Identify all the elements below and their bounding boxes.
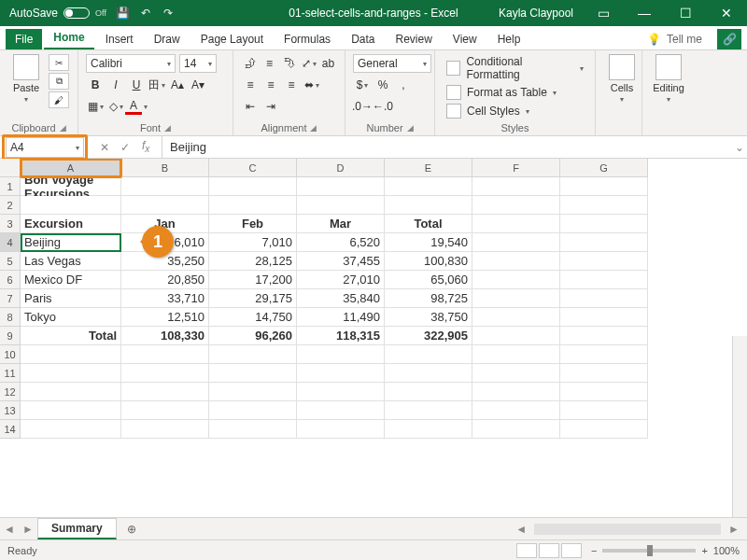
border-menu[interactable]: ▦ [86, 97, 105, 116]
align-right-icon[interactable]: ≡ [282, 76, 301, 94]
row-header-11[interactable]: 11 [0, 364, 21, 383]
column-header-E[interactable]: E [385, 159, 472, 177]
cell[interactable]: 65,060 [385, 271, 472, 289]
cell[interactable] [385, 196, 472, 215]
cell[interactable] [209, 401, 297, 420]
paste-button[interactable]: Paste ▾ [7, 54, 45, 112]
column-header-B[interactable]: B [121, 159, 209, 177]
column-header-C[interactable]: C [209, 159, 297, 177]
cell[interactable] [472, 327, 560, 345]
underline-button[interactable]: U [127, 76, 146, 94]
column-header-F[interactable]: F [472, 159, 560, 177]
wrap-text-icon[interactable]: ab [319, 54, 337, 73]
cell[interactable] [472, 289, 560, 308]
align-middle-icon[interactable]: ≡ [261, 54, 278, 73]
cell[interactable] [560, 252, 648, 271]
cell[interactable] [209, 420, 297, 439]
font-size-combo[interactable]: 14▾ [179, 54, 217, 73]
tab-insert[interactable]: Insert [96, 29, 143, 49]
horizontal-scroll-right-icon[interactable]: ► [728, 523, 740, 536]
cell[interactable]: 38,750 [385, 308, 472, 327]
cell[interactable] [385, 345, 472, 364]
row-header-12[interactable]: 12 [0, 383, 21, 401]
name-box[interactable]: A4 ▾ [6, 137, 84, 158]
cell[interactable] [121, 345, 209, 364]
sheet-nav-prev-icon[interactable]: ◄ [0, 523, 19, 536]
comma-format-icon[interactable]: , [394, 76, 413, 94]
cell[interactable]: 11,490 [297, 308, 385, 327]
row-header-3[interactable]: 3 [0, 215, 21, 233]
horizontal-scroll-left-icon[interactable]: ◄ [515, 523, 527, 536]
merge-center-icon[interactable]: ⬌ [303, 76, 321, 94]
cell[interactable]: 35,840 [297, 289, 385, 308]
save-icon[interactable]: 💾 [116, 6, 131, 21]
cell[interactable] [297, 383, 385, 401]
cell[interactable] [560, 420, 648, 439]
font-color-button[interactable]: A [127, 97, 146, 116]
cell[interactable] [21, 401, 121, 420]
cell[interactable]: 14,750 [209, 308, 297, 327]
cell[interactable] [472, 271, 560, 289]
decrease-font-icon[interactable]: A▾ [189, 76, 207, 94]
bold-button[interactable]: B [86, 76, 105, 94]
row-header-8[interactable]: 8 [0, 308, 21, 327]
cell[interactable]: 29,175 [209, 289, 297, 308]
autosave-toggle[interactable] [63, 7, 90, 19]
horizontal-scrollbar[interactable] [534, 524, 721, 535]
cell[interactable] [297, 420, 385, 439]
page-break-view-icon[interactable] [561, 543, 582, 558]
cell[interactable] [209, 196, 297, 215]
cell[interactable]: 118,315 [297, 327, 385, 345]
editing-button[interactable]: Editing▾ [650, 54, 687, 112]
italic-button[interactable]: I [106, 76, 125, 94]
tab-formulas[interactable]: Formulas [275, 29, 340, 49]
row-header-1[interactable]: 1 [0, 177, 21, 196]
alignment-launcher-icon[interactable]: ◢ [310, 123, 317, 133]
cell[interactable] [121, 364, 209, 383]
cell[interactable]: Mexico DF [21, 271, 121, 289]
zoom-in-button[interactable]: + [701, 545, 707, 556]
tab-review[interactable]: Review [386, 29, 441, 49]
cell[interactable] [472, 196, 560, 215]
cell[interactable] [472, 420, 560, 439]
fx-icon[interactable]: fx [142, 139, 149, 154]
cell[interactable] [560, 401, 648, 420]
orientation-icon[interactable]: ⤢ [300, 54, 317, 73]
zoom-level[interactable]: 100% [713, 545, 740, 556]
border-button[interactable]: 田 [148, 76, 166, 94]
cell[interactable] [560, 345, 648, 364]
cell[interactable] [297, 401, 385, 420]
cell[interactable] [560, 383, 648, 401]
cell[interactable]: 33,710 [121, 289, 209, 308]
enter-formula-icon[interactable]: ✓ [120, 141, 130, 154]
accounting-format-icon[interactable]: $ [353, 76, 372, 94]
number-format-combo[interactable]: General▾ [353, 54, 431, 73]
cell[interactable] [121, 196, 209, 215]
number-launcher-icon[interactable]: ◢ [407, 123, 414, 133]
percent-format-icon[interactable]: % [374, 76, 392, 94]
column-header-D[interactable]: D [297, 159, 385, 177]
font-name-combo[interactable]: Calibri▾ [86, 54, 176, 73]
cell[interactable] [209, 364, 297, 383]
cell[interactable]: Excursion [21, 215, 121, 233]
cell[interactable]: Mar [297, 215, 385, 233]
row-header-5[interactable]: 5 [0, 252, 21, 271]
align-top-icon[interactable]: ⮵ [241, 54, 259, 73]
expand-formula-bar-icon[interactable]: ⌄ [732, 136, 747, 158]
cell[interactable] [472, 177, 560, 196]
maximize-button[interactable]: ☐ [665, 0, 706, 26]
zoom-slider[interactable] [602, 549, 696, 553]
cell[interactable]: 322,905 [385, 327, 472, 345]
row-header-14[interactable]: 14 [0, 420, 21, 439]
cell[interactable] [472, 308, 560, 327]
cell[interactable]: 96,260 [209, 327, 297, 345]
cell[interactable]: 27,010 [297, 271, 385, 289]
cell[interactable]: Total [385, 215, 472, 233]
close-button[interactable]: ✕ [706, 0, 747, 26]
increase-font-icon[interactable]: A▴ [168, 76, 187, 94]
tab-view[interactable]: View [444, 29, 486, 49]
cell[interactable] [560, 271, 648, 289]
cell[interactable] [121, 401, 209, 420]
cell[interactable] [472, 364, 560, 383]
cell[interactable] [472, 383, 560, 401]
